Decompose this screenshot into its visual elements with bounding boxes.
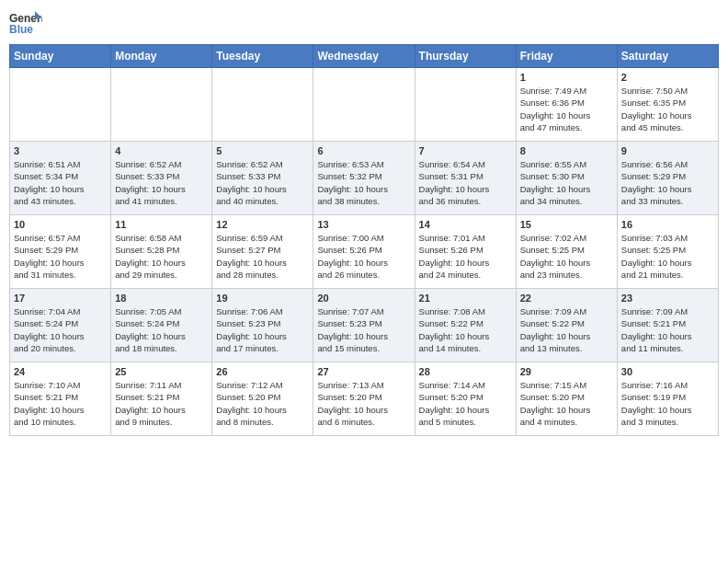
- day-number: 7: [419, 145, 512, 156]
- day-info: Sunrise: 6:53 AM Sunset: 5:32 PM Dayligh…: [317, 158, 410, 207]
- day-number: 1: [520, 72, 613, 83]
- day-number: 24: [14, 366, 107, 377]
- weekday-header-tuesday: Tuesday: [212, 45, 313, 68]
- day-number: 15: [520, 219, 613, 230]
- day-info: Sunrise: 6:57 AM Sunset: 5:29 PM Dayligh…: [14, 232, 107, 281]
- day-info: Sunrise: 6:58 AM Sunset: 5:28 PM Dayligh…: [115, 232, 208, 281]
- calendar-cell: [10, 68, 111, 142]
- day-number: 22: [520, 293, 613, 304]
- day-number: 4: [115, 145, 208, 156]
- calendar-cell: 23Sunrise: 7:09 AM Sunset: 5:21 PM Dayli…: [617, 289, 718, 362]
- calendar-week-row: 24Sunrise: 7:10 AM Sunset: 5:21 PM Dayli…: [10, 362, 719, 436]
- page-header: General Blue: [9, 9, 719, 37]
- day-info: Sunrise: 7:11 AM Sunset: 5:21 PM Dayligh…: [115, 379, 208, 428]
- calendar-cell: 29Sunrise: 7:15 AM Sunset: 5:20 PM Dayli…: [516, 362, 617, 436]
- day-info: Sunrise: 7:03 AM Sunset: 5:25 PM Dayligh…: [621, 232, 714, 281]
- day-number: 25: [115, 366, 208, 377]
- day-info: Sunrise: 7:16 AM Sunset: 5:19 PM Dayligh…: [621, 379, 714, 428]
- calendar-week-row: 17Sunrise: 7:04 AM Sunset: 5:24 PM Dayli…: [10, 289, 719, 362]
- day-info: Sunrise: 7:01 AM Sunset: 5:26 PM Dayligh…: [419, 232, 512, 281]
- logo: General Blue: [9, 9, 42, 37]
- day-number: 19: [216, 293, 309, 304]
- calendar-cell: 22Sunrise: 7:09 AM Sunset: 5:22 PM Dayli…: [516, 289, 617, 362]
- calendar-cell: 9Sunrise: 6:56 AM Sunset: 5:29 PM Daylig…: [617, 142, 718, 215]
- calendar-cell: 11Sunrise: 6:58 AM Sunset: 5:28 PM Dayli…: [111, 215, 212, 289]
- weekday-header-monday: Monday: [111, 45, 212, 68]
- weekday-header-thursday: Thursday: [415, 45, 516, 68]
- day-info: Sunrise: 7:02 AM Sunset: 5:25 PM Dayligh…: [520, 232, 613, 281]
- calendar-cell: 17Sunrise: 7:04 AM Sunset: 5:24 PM Dayli…: [10, 289, 111, 362]
- calendar-cell: 10Sunrise: 6:57 AM Sunset: 5:29 PM Dayli…: [10, 215, 111, 289]
- calendar-week-row: 10Sunrise: 6:57 AM Sunset: 5:29 PM Dayli…: [10, 215, 719, 289]
- day-number: 29: [520, 366, 613, 377]
- weekday-header-sunday: Sunday: [10, 45, 111, 68]
- calendar-cell: 15Sunrise: 7:02 AM Sunset: 5:25 PM Dayli…: [516, 215, 617, 289]
- calendar-cell: 18Sunrise: 7:05 AM Sunset: 5:24 PM Dayli…: [111, 289, 212, 362]
- calendar-body: 1Sunrise: 7:49 AM Sunset: 6:36 PM Daylig…: [10, 68, 719, 436]
- calendar-cell: 28Sunrise: 7:14 AM Sunset: 5:20 PM Dayli…: [415, 362, 516, 436]
- calendar-table: SundayMondayTuesdayWednesdayThursdayFrid…: [9, 44, 719, 436]
- calendar-cell: 12Sunrise: 6:59 AM Sunset: 5:27 PM Dayli…: [212, 215, 313, 289]
- day-info: Sunrise: 7:12 AM Sunset: 5:20 PM Dayligh…: [216, 379, 309, 428]
- day-info: Sunrise: 6:54 AM Sunset: 5:31 PM Dayligh…: [419, 158, 512, 207]
- day-info: Sunrise: 7:15 AM Sunset: 5:20 PM Dayligh…: [520, 379, 613, 428]
- day-number: 13: [317, 219, 410, 230]
- day-info: Sunrise: 6:59 AM Sunset: 5:27 PM Dayligh…: [216, 232, 309, 281]
- calendar-cell: [111, 68, 212, 142]
- day-number: 3: [14, 145, 107, 156]
- day-info: Sunrise: 6:52 AM Sunset: 5:33 PM Dayligh…: [115, 158, 208, 207]
- svg-text:Blue: Blue: [9, 23, 33, 36]
- day-number: 14: [419, 219, 512, 230]
- day-info: Sunrise: 7:05 AM Sunset: 5:24 PM Dayligh…: [115, 305, 208, 354]
- calendar-cell: 1Sunrise: 7:49 AM Sunset: 6:36 PM Daylig…: [516, 68, 617, 142]
- day-info: Sunrise: 6:52 AM Sunset: 5:33 PM Dayligh…: [216, 158, 309, 207]
- day-number: 16: [621, 219, 714, 230]
- calendar-cell: 26Sunrise: 7:12 AM Sunset: 5:20 PM Dayli…: [212, 362, 313, 436]
- day-number: 5: [216, 145, 309, 156]
- day-number: 21: [419, 293, 512, 304]
- calendar-cell: 4Sunrise: 6:52 AM Sunset: 5:33 PM Daylig…: [111, 142, 212, 215]
- day-number: 12: [216, 219, 309, 230]
- calendar-cell: [313, 68, 415, 142]
- calendar-week-row: 1Sunrise: 7:49 AM Sunset: 6:36 PM Daylig…: [10, 68, 719, 142]
- calendar-cell: 20Sunrise: 7:07 AM Sunset: 5:23 PM Dayli…: [313, 289, 415, 362]
- day-number: 2: [621, 72, 714, 83]
- calendar-cell: 16Sunrise: 7:03 AM Sunset: 5:25 PM Dayli…: [617, 215, 718, 289]
- calendar-header-row: SundayMondayTuesdayWednesdayThursdayFrid…: [10, 45, 719, 68]
- day-info: Sunrise: 7:04 AM Sunset: 5:24 PM Dayligh…: [14, 305, 107, 354]
- day-info: Sunrise: 7:06 AM Sunset: 5:23 PM Dayligh…: [216, 305, 309, 354]
- calendar-week-row: 3Sunrise: 6:51 AM Sunset: 5:34 PM Daylig…: [10, 142, 719, 215]
- day-number: 28: [419, 366, 512, 377]
- day-number: 20: [317, 293, 410, 304]
- day-number: 27: [317, 366, 410, 377]
- day-number: 9: [621, 145, 714, 156]
- calendar-cell: 6Sunrise: 6:53 AM Sunset: 5:32 PM Daylig…: [313, 142, 415, 215]
- day-number: 10: [14, 219, 107, 230]
- day-number: 26: [216, 366, 309, 377]
- day-number: 30: [621, 366, 714, 377]
- day-info: Sunrise: 7:49 AM Sunset: 6:36 PM Dayligh…: [520, 85, 613, 133]
- day-info: Sunrise: 6:55 AM Sunset: 5:30 PM Dayligh…: [520, 158, 613, 207]
- day-number: 6: [317, 145, 410, 156]
- calendar-cell: 2Sunrise: 7:50 AM Sunset: 6:35 PM Daylig…: [617, 68, 718, 142]
- logo-icon: General Blue: [9, 9, 42, 37]
- day-info: Sunrise: 6:56 AM Sunset: 5:29 PM Dayligh…: [621, 158, 714, 207]
- day-info: Sunrise: 7:50 AM Sunset: 6:35 PM Dayligh…: [621, 85, 714, 133]
- calendar-cell: 25Sunrise: 7:11 AM Sunset: 5:21 PM Dayli…: [111, 362, 212, 436]
- day-info: Sunrise: 7:10 AM Sunset: 5:21 PM Dayligh…: [14, 379, 107, 428]
- day-info: Sunrise: 7:09 AM Sunset: 5:21 PM Dayligh…: [621, 305, 714, 354]
- day-info: Sunrise: 7:14 AM Sunset: 5:20 PM Dayligh…: [419, 379, 512, 428]
- weekday-header-saturday: Saturday: [617, 45, 718, 68]
- day-number: 8: [520, 145, 613, 156]
- calendar-cell: 3Sunrise: 6:51 AM Sunset: 5:34 PM Daylig…: [10, 142, 111, 215]
- day-number: 11: [115, 219, 208, 230]
- weekday-header-wednesday: Wednesday: [313, 45, 415, 68]
- weekday-header-friday: Friday: [516, 45, 617, 68]
- calendar-cell: 21Sunrise: 7:08 AM Sunset: 5:22 PM Dayli…: [415, 289, 516, 362]
- calendar-cell: 30Sunrise: 7:16 AM Sunset: 5:19 PM Dayli…: [617, 362, 718, 436]
- calendar-cell: 24Sunrise: 7:10 AM Sunset: 5:21 PM Dayli…: [10, 362, 111, 436]
- day-number: 18: [115, 293, 208, 304]
- calendar-cell: 19Sunrise: 7:06 AM Sunset: 5:23 PM Dayli…: [212, 289, 313, 362]
- day-info: Sunrise: 7:09 AM Sunset: 5:22 PM Dayligh…: [520, 305, 613, 354]
- day-info: Sunrise: 7:13 AM Sunset: 5:20 PM Dayligh…: [317, 379, 410, 428]
